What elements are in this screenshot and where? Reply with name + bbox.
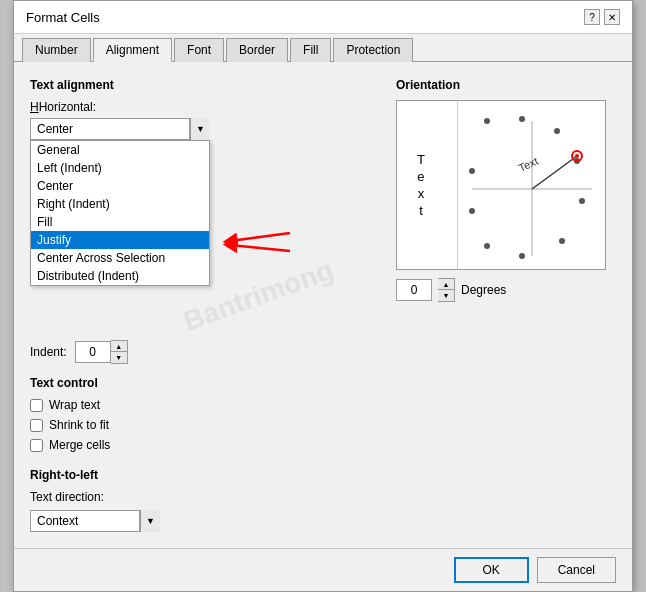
merge-cells-checkbox[interactable]	[30, 439, 43, 452]
dropdown-item-justify[interactable]: Justify	[31, 231, 209, 249]
tab-fill[interactable]: Fill	[290, 38, 331, 62]
merge-cells-label: Merge cells	[49, 438, 110, 452]
indent-spinner-buttons: ▲ ▼	[111, 340, 128, 364]
help-button[interactable]: ?	[584, 9, 600, 25]
svg-point-11	[469, 168, 475, 174]
text-direction-dropdown: Context ▼	[30, 510, 380, 532]
v-letter-t: t	[419, 203, 423, 218]
horizontal-label: HHorizontal:	[30, 100, 380, 114]
orientation-box: T e x t	[396, 100, 606, 270]
dialog-content: Text alignment HHorizontal: Center ▼ Gen…	[14, 62, 632, 548]
tab-border[interactable]: Border	[226, 38, 288, 62]
shrink-to-fit-label: Shrink to fit	[49, 418, 109, 432]
svg-point-6	[579, 198, 585, 204]
tab-protection[interactable]: Protection	[333, 38, 413, 62]
text-direction-arrow[interactable]: ▼	[140, 510, 160, 532]
dropdown-item-left-indent[interactable]: Left (Indent)	[31, 159, 209, 177]
v-letter-x: x	[418, 186, 425, 201]
horizontal-dropdown[interactable]: Center ▼	[30, 118, 210, 140]
tab-alignment[interactable]: Alignment	[93, 38, 172, 62]
svg-point-2	[484, 118, 490, 124]
svg-point-9	[484, 243, 490, 249]
text-control-title: Text control	[30, 376, 380, 390]
vertical-text: T e x t	[417, 152, 425, 218]
diagonal-area: Text	[467, 111, 595, 259]
svg-point-8	[519, 253, 525, 259]
shrink-to-fit-checkbox[interactable]	[30, 419, 43, 432]
tab-number[interactable]: Number	[22, 38, 91, 62]
horizontal-dropdown-value[interactable]: Center	[30, 118, 190, 140]
svg-text:Text: Text	[517, 155, 540, 174]
v-letter-T: T	[417, 152, 425, 167]
svg-point-4	[554, 128, 560, 134]
svg-point-16	[575, 154, 579, 158]
tab-font[interactable]: Font	[174, 38, 224, 62]
wrap-text-row: Wrap text	[30, 398, 380, 412]
merge-cells-row: Merge cells	[30, 438, 380, 452]
svg-point-10	[469, 208, 475, 214]
close-button[interactable]: ✕	[604, 9, 620, 25]
dropdown-item-center-across[interactable]: Center Across Selection	[31, 249, 209, 267]
tab-bar: Number Alignment Font Border Fill Protec…	[14, 34, 632, 62]
horizontal-dropdown-list: General Left (Indent) Center Right (Inde…	[30, 140, 210, 286]
separator-line	[457, 101, 458, 269]
shrink-to-fit-row: Shrink to fit	[30, 418, 380, 432]
degrees-label: Degrees	[461, 283, 506, 297]
degrees-up-button[interactable]: ▲	[438, 279, 454, 290]
degrees-spinner-buttons: ▲ ▼	[438, 278, 455, 302]
orientation-svg: Text	[467, 111, 597, 261]
indent-spinner: ▲ ▼	[75, 340, 128, 364]
indent-row: Indent: ▲ ▼	[30, 340, 380, 364]
title-bar: Format Cells ? ✕	[14, 1, 632, 34]
dialog-title: Format Cells	[26, 10, 100, 25]
wrap-text-checkbox[interactable]	[30, 399, 43, 412]
wrap-text-label: Wrap text	[49, 398, 100, 412]
red-arrows-svg	[220, 223, 300, 263]
svg-line-0	[230, 233, 290, 241]
dialog-footer: OK Cancel	[14, 548, 632, 591]
svg-line-14	[532, 156, 577, 189]
horizontal-dropdown-arrow[interactable]: ▼	[190, 118, 210, 140]
text-control-section: Text control Wrap text Shrink to fit Mer…	[30, 376, 380, 452]
horizontal-dropdown-container: Center ▼ General Left (Indent) Center Ri…	[30, 118, 380, 140]
rtl-title: Right-to-left	[30, 468, 380, 482]
degrees-input[interactable]	[396, 279, 432, 301]
text-direction-value[interactable]: Context	[30, 510, 140, 532]
format-cells-dialog: Format Cells ? ✕ Number Alignment Font B…	[13, 0, 633, 592]
text-direction-label: Text direction:	[30, 490, 380, 504]
svg-line-1	[230, 245, 290, 251]
dropdown-item-fill[interactable]: Fill	[31, 213, 209, 231]
dropdown-item-general[interactable]: General	[31, 141, 209, 159]
text-alignment-section-title: Text alignment	[30, 78, 380, 92]
red-arrow-overlay	[220, 223, 300, 266]
indent-input[interactable]	[75, 341, 111, 363]
right-panel: Orientation T e x t	[396, 78, 616, 532]
cancel-button[interactable]: Cancel	[537, 557, 616, 583]
dropdown-item-right-indent[interactable]: Right (Indent)	[31, 195, 209, 213]
orientation-title: Orientation	[396, 78, 616, 92]
degrees-down-button[interactable]: ▼	[438, 290, 454, 301]
indent-up-button[interactable]: ▲	[111, 341, 127, 352]
indent-down-button[interactable]: ▼	[111, 352, 127, 363]
v-letter-e: e	[417, 169, 424, 184]
svg-point-7	[559, 238, 565, 244]
dropdown-item-center[interactable]: Center	[31, 177, 209, 195]
rtl-section: Right-to-left Text direction: Context ▼	[30, 468, 380, 532]
svg-point-3	[519, 116, 525, 122]
left-panel: Text alignment HHorizontal: Center ▼ Gen…	[30, 78, 380, 532]
title-controls: ? ✕	[584, 9, 620, 25]
dropdown-item-distributed[interactable]: Distributed (Indent)	[31, 267, 209, 285]
degrees-row: ▲ ▼ Degrees	[396, 278, 616, 302]
indent-label: Indent:	[30, 345, 67, 359]
ok-button[interactable]: OK	[454, 557, 529, 583]
